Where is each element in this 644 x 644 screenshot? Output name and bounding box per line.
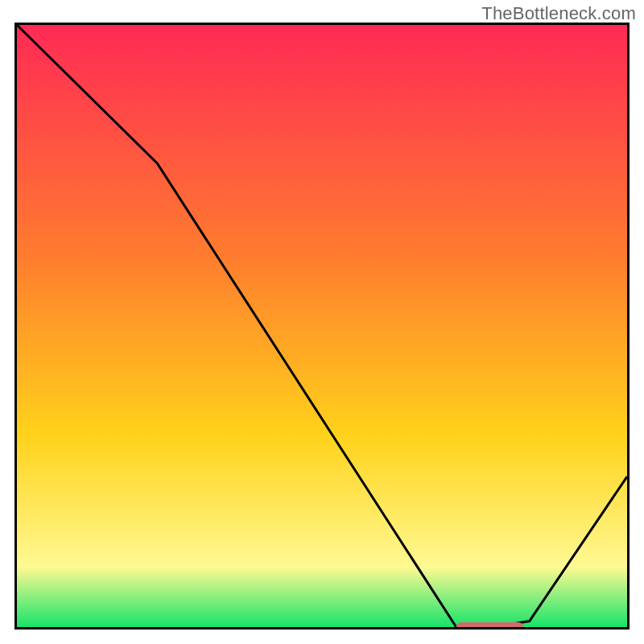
watermark-text: TheBottleneck.com (481, 3, 636, 24)
chart-area (14, 23, 630, 630)
chart-svg (17, 25, 627, 627)
optimal-marker (456, 622, 523, 627)
